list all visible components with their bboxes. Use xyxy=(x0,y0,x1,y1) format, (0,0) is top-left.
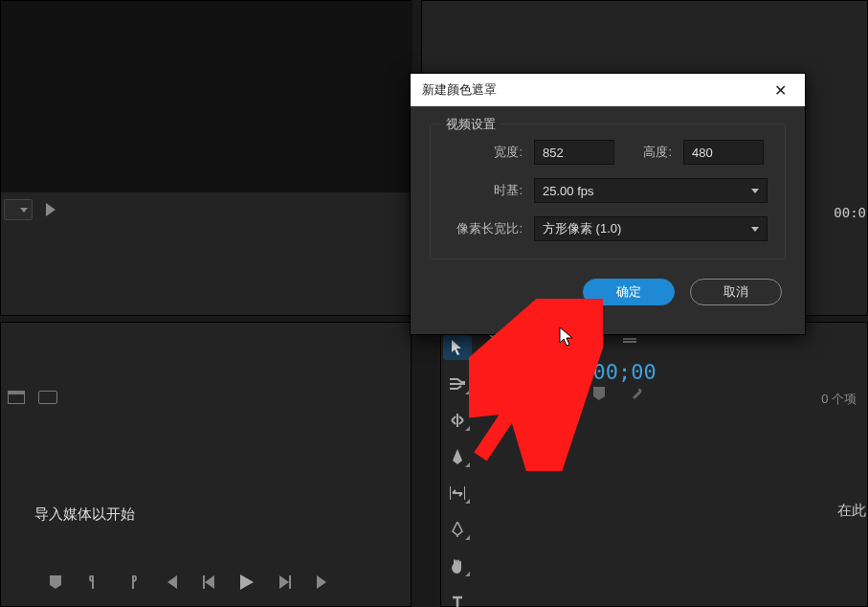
mark-in-icon[interactable] xyxy=(86,574,101,590)
pen-tool[interactable] xyxy=(443,517,472,542)
step-back-icon[interactable] xyxy=(201,574,216,590)
transport-controls xyxy=(48,574,331,590)
svg-rect-0 xyxy=(203,575,205,589)
import-media-hint: 导入媒体以开始 xyxy=(34,506,135,524)
video-settings-group: 视频设置 宽度: 高度: 时基: 25.00 fps 像素长宽比: 方形像素 (… xyxy=(430,124,786,259)
linked-selection-icon[interactable] xyxy=(553,387,568,403)
height-label: 高度: xyxy=(626,144,672,161)
timebase-label: 时基: xyxy=(448,182,523,199)
play-icon[interactable] xyxy=(44,202,59,217)
width-label: 宽度: xyxy=(448,144,523,161)
timeline-timecode[interactable]: 00;00;00;00 xyxy=(517,360,657,384)
razor-tool[interactable] xyxy=(443,444,472,469)
selection-tool[interactable] xyxy=(443,335,472,360)
marker-add-icon[interactable] xyxy=(593,387,605,403)
par-dropdown[interactable]: 方形像素 (1.0) xyxy=(534,216,768,241)
chevron-down-icon xyxy=(751,189,759,193)
project-icon-view-icon[interactable] xyxy=(38,391,57,404)
new-color-matte-dialog: 新建颜色遮罩 ✕ 视频设置 宽度: 高度: 时基: 25.00 fps 像素长宽… xyxy=(410,73,806,335)
chevron-down-icon xyxy=(751,227,759,232)
project-item-count: 0 个项 xyxy=(821,391,857,408)
timeline-tool-palette xyxy=(440,335,475,607)
type-tool[interactable] xyxy=(443,590,472,607)
monitor-viewport xyxy=(1,1,412,192)
mark-out-icon[interactable] xyxy=(124,574,140,590)
ripple-edit-tool[interactable] xyxy=(443,408,472,433)
step-forward-icon[interactable] xyxy=(278,574,293,590)
dialog-titlebar[interactable]: 新建颜色遮罩 ✕ xyxy=(411,74,805,106)
close-icon[interactable]: ✕ xyxy=(767,81,793,100)
go-to-in-icon[interactable] xyxy=(163,574,178,590)
par-value: 方形像素 (1.0) xyxy=(543,220,621,237)
settings-wrench-icon[interactable] xyxy=(630,387,643,403)
timebase-value: 25.00 fps xyxy=(543,184,594,198)
timeline-drop-hint: 在此 xyxy=(837,502,866,520)
track-select-tool[interactable] xyxy=(443,371,472,396)
zoom-dropdown[interactable] xyxy=(4,199,33,220)
project-panel xyxy=(0,322,412,607)
cancel-button[interactable]: 取消 xyxy=(690,279,782,305)
slip-tool[interactable] xyxy=(443,481,472,506)
play-pause-icon[interactable] xyxy=(239,574,255,590)
go-to-out-icon[interactable] xyxy=(316,574,331,590)
video-settings-legend: 视频设置 xyxy=(442,116,500,133)
dialog-title: 新建颜色遮罩 xyxy=(422,81,497,99)
height-input[interactable] xyxy=(683,140,764,165)
source-monitor-panel xyxy=(0,0,412,316)
par-label: 像素长宽比: xyxy=(448,220,523,237)
project-list-view-icon[interactable] xyxy=(8,391,25,404)
snap-icon[interactable] xyxy=(515,387,528,403)
monitor-out-timecode: 00:0 xyxy=(834,205,866,220)
monitor-left-controls xyxy=(4,199,59,220)
add-marker-icon[interactable] xyxy=(48,574,63,590)
timebase-dropdown[interactable]: 25.00 fps xyxy=(534,178,768,203)
width-input[interactable] xyxy=(534,140,614,165)
hand-tool[interactable] xyxy=(443,553,472,578)
svg-rect-1 xyxy=(289,575,291,589)
ok-button[interactable]: 确定 xyxy=(583,279,675,305)
